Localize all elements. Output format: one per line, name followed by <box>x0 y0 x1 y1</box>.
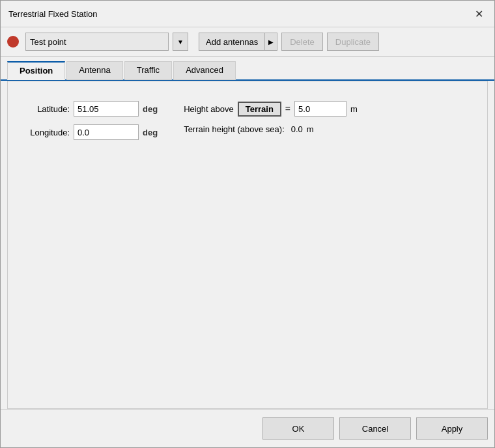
latitude-unit: deg <box>143 104 158 114</box>
terrain-info-row: Terrain height (above sea): 0.0 m <box>184 124 358 134</box>
longitude-input[interactable] <box>74 124 139 140</box>
close-button[interactable]: ✕ <box>471 6 487 21</box>
tab-traffic[interactable]: Traffic <box>124 61 172 80</box>
station-dropdown-button[interactable]: ▼ <box>173 33 188 51</box>
terrain-info-label: Terrain height (above sea): <box>184 124 285 134</box>
content-area: Latitude: deg Longitude: deg Height abov… <box>7 81 488 409</box>
ok-button[interactable]: OK <box>262 417 334 440</box>
terrain-info-value: 0.0 <box>291 124 303 134</box>
fields-row: Latitude: deg Longitude: deg Height abov… <box>21 101 474 140</box>
add-antennas-button[interactable]: Add antennas <box>199 33 264 51</box>
tab-position[interactable]: Position <box>7 61 65 80</box>
tab-advanced[interactable]: Advanced <box>173 61 236 80</box>
tab-antenna[interactable]: Antenna <box>66 61 122 80</box>
latitude-label: Latitude: <box>21 104 70 114</box>
dialog-title: Terrestrial Fixed Station <box>8 9 98 19</box>
tabs-bar: Position Antenna Traffic Advanced <box>1 57 494 81</box>
latitude-row: Latitude: deg <box>21 101 158 117</box>
longitude-row: Longitude: deg <box>21 124 158 140</box>
height-input[interactable] <box>294 101 346 117</box>
title-bar: Terrestrial Fixed Station ✕ <box>1 1 494 27</box>
longitude-unit: deg <box>143 128 158 137</box>
delete-button[interactable]: Delete <box>281 33 323 51</box>
cancel-button[interactable]: Cancel <box>339 417 411 440</box>
terrestrial-fixed-station-dialog: Terrestrial Fixed Station ✕ ▼ Add antenn… <box>0 0 495 448</box>
height-above-label: Height above <box>184 104 234 114</box>
equals-sign: = <box>285 104 290 114</box>
height-unit: m <box>350 104 358 114</box>
lat-lon-fields: Latitude: deg Longitude: deg <box>21 101 158 140</box>
longitude-label: Longitude: <box>21 128 70 137</box>
height-fields: Height above Terrain = m Terrain height … <box>184 101 358 134</box>
apply-button[interactable]: Apply <box>416 417 488 440</box>
add-antennas-arrow-button[interactable]: ▶ <box>264 33 277 51</box>
add-antennas-group: Add antennas ▶ <box>199 33 277 51</box>
color-indicator <box>7 36 19 48</box>
station-name-input[interactable] <box>25 33 169 51</box>
toolbar: ▼ Add antennas ▶ Delete Duplicate <box>1 27 494 57</box>
duplicate-button[interactable]: Duplicate <box>327 33 379 51</box>
footer: OK Cancel Apply <box>1 409 494 447</box>
latitude-input[interactable] <box>74 101 139 117</box>
height-above-row: Height above Terrain = m <box>184 101 358 117</box>
terrain-info-unit: m <box>307 124 314 134</box>
terrain-button[interactable]: Terrain <box>238 102 281 117</box>
